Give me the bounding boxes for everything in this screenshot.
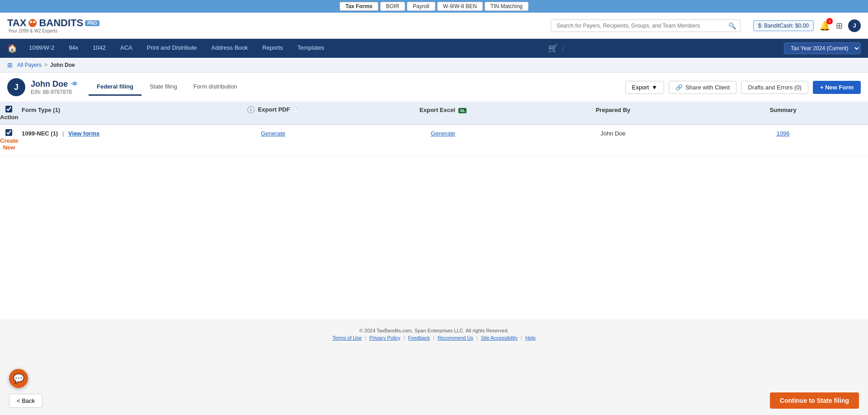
top-nav-boir[interactable]: BOIR [380, 2, 405, 11]
payer-info: John Doe 👁 EIN: 88-9787878 [31, 79, 78, 95]
footer-recommend-link[interactable]: Recommend Us [438, 335, 473, 340]
create-new-action[interactable]: Create New [0, 137, 18, 151]
pro-badge: PRO [85, 20, 99, 26]
payer-name-text: John Doe [31, 79, 68, 89]
col-header-form-type: Form Type (1) [18, 107, 188, 113]
home-icon[interactable]: 🏠 [7, 43, 17, 53]
nav-item-aca[interactable]: ACA [114, 39, 139, 58]
pdf-icon: 📄 [292, 107, 299, 112]
nav-divider: | [562, 45, 564, 52]
col-header-export-pdf-label: Export PDF [258, 106, 290, 113]
notification-badge: 0 [826, 18, 833, 24]
forms-table: Form Type (1) i Export PDF 📄 Export Exce… [0, 102, 868, 156]
col-header-export-pdf: i Export PDF 📄 [188, 106, 358, 114]
logo-icon [28, 19, 37, 27]
new-form-button[interactable]: + New Form [813, 81, 861, 94]
row-prepared-by: John Doe [528, 130, 698, 137]
payer-header: J John Doe 👁 EIN: 88-9787878 Federal fil… [0, 73, 868, 102]
row-action: Create New [0, 137, 18, 151]
bandit-cash[interactable]: $: BanditCash: $0.00 [753, 20, 814, 31]
tab-form-distribution[interactable]: Form distribution [185, 79, 245, 96]
row-checkbox-cell [0, 129, 18, 137]
top-nav-payroll[interactable]: Payroll [407, 2, 435, 11]
logo-text: TAXBANDITS PRO [7, 18, 99, 28]
top-nav-tin-matching[interactable]: TIN Matching [485, 2, 528, 11]
nav-item-94x[interactable]: 94x [62, 39, 85, 58]
summary-link[interactable]: 1096 [777, 130, 790, 137]
drafts-errors-button[interactable]: Drafts and Errors (0) [741, 81, 808, 94]
row-export-pdf: Generate [188, 130, 358, 137]
search-input[interactable] [551, 19, 741, 32]
nav-item-templates[interactable]: Templates [291, 39, 330, 58]
payer-avatar: J [7, 78, 25, 96]
nav-item-1099w2[interactable]: 1099/W-2 [23, 39, 61, 58]
breadcrumb-arrow: > [44, 62, 47, 68]
apps-grid-icon[interactable]: ⊞ [836, 21, 843, 31]
eye-icon[interactable]: 👁 [71, 80, 78, 88]
col-header-export-excel: Export Excel XL [358, 107, 528, 113]
page-footer: © 2024 TaxBandits.com, Span Enterprises … [0, 319, 868, 344]
footer-copyright: © 2024 TaxBandits.com, Span Enterprises … [0, 328, 868, 333]
tabs-area: Federal filing State filing Form distrib… [89, 79, 245, 96]
row-export-excel: Generate [358, 130, 528, 137]
select-all-checkbox[interactable] [5, 106, 12, 112]
payer-ein: EIN: 88-9787878 [31, 89, 78, 95]
nav-item-1042[interactable]: 1042 [86, 39, 112, 58]
app-header: TAXBANDITS PRO Your 1099 & W2 Experts 🔍 … [0, 13, 868, 39]
footer-divider-2: | [404, 335, 405, 340]
content-area: Form Type (1) i Export PDF 📄 Export Exce… [0, 102, 868, 319]
main-navigation: 🏠 1099/W-2 94x 1042 ACA Print and Distri… [0, 39, 868, 58]
header-actions: $: BanditCash: $0.00 🔔 0 ⊞ J [753, 19, 861, 32]
top-nav-w9w8ben[interactable]: W-9/W-8 BEN [437, 2, 483, 11]
breadcrumb: ⊞ All Payers > John Doe [0, 58, 868, 73]
payer-header-buttons: Export ▼ 🔗 Share with Client Drafts and … [625, 81, 861, 94]
top-navigation: Tax Forms BOIR Payroll W-9/W-8 BEN TIN M… [0, 0, 868, 13]
top-nav-tax-forms[interactable]: Tax Forms [340, 2, 378, 11]
payer-grid-icon: ⊞ [7, 61, 13, 69]
col-header-export-excel-label: Export Excel [420, 107, 455, 113]
share-client-label: Share with Client [685, 84, 730, 91]
nav-item-reports[interactable]: Reports [256, 39, 289, 58]
col-header-prepared-by: Prepared By [528, 107, 698, 113]
footer-divider-5: | [521, 335, 522, 340]
table-row: 1099-NEC (1) | View forms Generate Gener… [0, 125, 868, 156]
nav-item-address-book[interactable]: Address Book [205, 39, 254, 58]
export-pdf-info-icon[interactable]: i [247, 106, 255, 113]
footer-terms-link[interactable]: Terms of Use [332, 335, 362, 340]
breadcrumb-current: John Doe [50, 62, 75, 68]
logo-subtitle: Your 1099 & W2 Experts [8, 28, 99, 33]
nav-item-print-distribute[interactable]: Print and Distribute [141, 39, 203, 58]
footer-accessibility-link[interactable]: Site Accessibility [481, 335, 518, 340]
tax-year-select[interactable]: Tax Year 2024 (Current) [784, 42, 861, 54]
footer-divider-1: | [365, 335, 366, 340]
view-forms-link[interactable]: View forms [68, 130, 99, 137]
footer-links: Terms of Use | Privacy Policy | Feedback… [0, 335, 868, 340]
search-area: 🔍 [551, 19, 741, 32]
col-header-action: Action [0, 114, 18, 121]
export-dropdown-icon: ▼ [651, 84, 657, 91]
user-avatar[interactable]: J [848, 19, 861, 32]
col-header-summary: Summary [698, 107, 868, 113]
row-summary: 1096 [698, 130, 868, 137]
breadcrumb-all-payers[interactable]: All Payers [17, 62, 42, 68]
form-type-divider: | [62, 130, 64, 137]
share-client-button[interactable]: 🔗 Share with Client [669, 81, 736, 94]
excel-icon: XL [458, 108, 467, 113]
cart-icon[interactable]: 🛒 [548, 43, 558, 53]
tab-federal-filing[interactable]: Federal filing [89, 79, 142, 96]
share-icon: 🔗 [675, 84, 683, 91]
generate-pdf-link[interactable]: Generate [261, 130, 285, 137]
row-checkbox[interactable] [5, 129, 12, 136]
table-header-row: Form Type (1) i Export PDF 📄 Export Exce… [0, 102, 868, 125]
generate-excel-link[interactable]: Generate [431, 130, 455, 137]
notifications[interactable]: 🔔 0 [819, 20, 830, 31]
tab-state-filing[interactable]: State filing [142, 79, 185, 96]
search-icon: 🔍 [728, 22, 736, 29]
export-button[interactable]: Export ▼ [625, 81, 664, 94]
header-checkbox-cell [0, 106, 18, 114]
row-form-type: 1099-NEC (1) | View forms [18, 130, 188, 137]
form-type-text: 1099-NEC (1) [22, 130, 58, 137]
footer-help-link[interactable]: Help [525, 335, 536, 340]
footer-privacy-link[interactable]: Privacy Policy [369, 335, 400, 340]
footer-feedback-link[interactable]: Feedback [408, 335, 430, 340]
